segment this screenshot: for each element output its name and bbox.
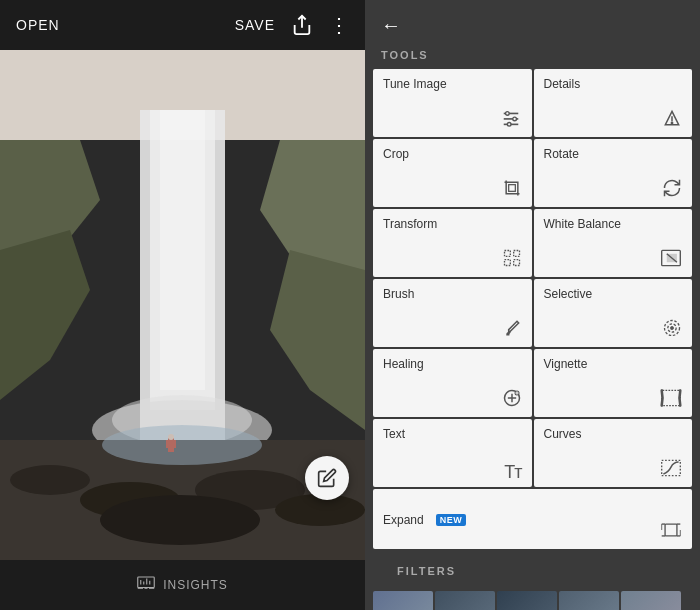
tool-crop[interactable]: Crop (373, 139, 532, 207)
svg-point-13 (10, 465, 90, 495)
top-bar-actions: SAVE ⋮ (235, 13, 349, 37)
tool-vignette[interactable]: Vignette (534, 349, 693, 417)
share-icon[interactable] (291, 14, 313, 36)
tool-text[interactable]: Text Tт (373, 419, 532, 487)
vignette-icon (660, 388, 682, 411)
more-options-icon[interactable]: ⋮ (329, 13, 349, 37)
tool-expand-label: Expand (383, 513, 424, 527)
svg-point-49 (671, 327, 674, 330)
tool-transform[interactable]: Transform (373, 209, 532, 277)
rotate-icon (662, 178, 682, 201)
svg-rect-43 (513, 260, 519, 266)
expand-new-badge: NEW (436, 514, 467, 526)
insights-label[interactable]: INSIGHTS (163, 578, 228, 592)
filters-section-label: FILTERS (381, 561, 684, 585)
expand-icon (660, 520, 682, 543)
crop-icon (502, 178, 522, 201)
svg-point-17 (100, 495, 260, 545)
brush-icon (502, 318, 522, 341)
tool-transform-label: Transform (383, 217, 522, 231)
svg-rect-41 (513, 251, 519, 257)
filter-thumb-2[interactable] (435, 591, 495, 610)
details-icon (662, 108, 682, 131)
save-button[interactable]: SAVE (235, 17, 275, 33)
left-panel: OPEN SAVE ⋮ (0, 0, 365, 610)
curves-icon (660, 458, 682, 481)
tool-curves[interactable]: Curves (534, 419, 693, 487)
svg-rect-9 (160, 110, 205, 390)
white-balance-icon (660, 248, 682, 271)
tool-tune-image-label: Tune Image (383, 77, 522, 91)
top-bar: OPEN SAVE ⋮ (0, 0, 365, 50)
svg-rect-40 (504, 251, 510, 257)
tools-section-label: TOOLS (365, 45, 700, 69)
tool-brush[interactable]: Brush (373, 279, 532, 347)
healing-icon (502, 388, 522, 411)
edit-fab-button[interactable] (305, 456, 349, 500)
svg-point-33 (505, 112, 509, 116)
svg-point-21 (102, 425, 262, 465)
tools-grid: Tune Image Details (365, 69, 700, 549)
insights-icon (137, 576, 155, 594)
tool-details[interactable]: Details (534, 69, 693, 137)
svg-point-38 (671, 122, 672, 123)
right-panel: ← TOOLS Tune Image Details (365, 0, 700, 610)
tool-healing[interactable]: Healing (373, 349, 532, 417)
tool-curves-label: Curves (544, 427, 683, 441)
tool-healing-label: Healing (383, 357, 522, 371)
svg-rect-56 (662, 390, 681, 405)
tool-white-balance-label: White Balance (544, 217, 683, 231)
filters-section: FILTERS (365, 549, 700, 591)
tool-details-label: Details (544, 77, 683, 91)
tool-selective-label: Selective (544, 287, 683, 301)
text-icon: Tт (504, 463, 521, 481)
filters-preview (365, 591, 700, 610)
tool-selective[interactable]: Selective (534, 279, 693, 347)
svg-point-34 (512, 117, 516, 121)
right-header: ← (365, 0, 700, 45)
tune-image-icon (500, 108, 522, 131)
tool-tune-image[interactable]: Tune Image (373, 69, 532, 137)
tool-rotate[interactable]: Rotate (534, 139, 693, 207)
bottom-bar: INSIGHTS (0, 560, 365, 610)
tool-brush-label: Brush (383, 287, 522, 301)
filter-thumb-4[interactable] (559, 591, 619, 610)
tool-text-label: Text (383, 427, 522, 441)
image-container (0, 50, 365, 560)
tool-vignette-label: Vignette (544, 357, 683, 371)
tool-crop-label: Crop (383, 147, 522, 161)
tool-rotate-label: Rotate (544, 147, 683, 161)
selective-icon (662, 318, 682, 341)
svg-point-35 (507, 123, 511, 127)
filter-thumb-3[interactable] (497, 591, 557, 610)
filter-thumb-5[interactable] (621, 591, 681, 610)
open-button[interactable]: OPEN (16, 17, 60, 33)
tool-expand[interactable]: Expand NEW (373, 489, 692, 549)
svg-rect-58 (665, 524, 677, 536)
filter-thumb-1[interactable] (373, 591, 433, 610)
back-button[interactable]: ← (381, 14, 401, 37)
svg-rect-42 (504, 260, 510, 266)
tool-white-balance[interactable]: White Balance (534, 209, 693, 277)
transform-icon (502, 248, 522, 271)
svg-rect-39 (508, 185, 515, 192)
